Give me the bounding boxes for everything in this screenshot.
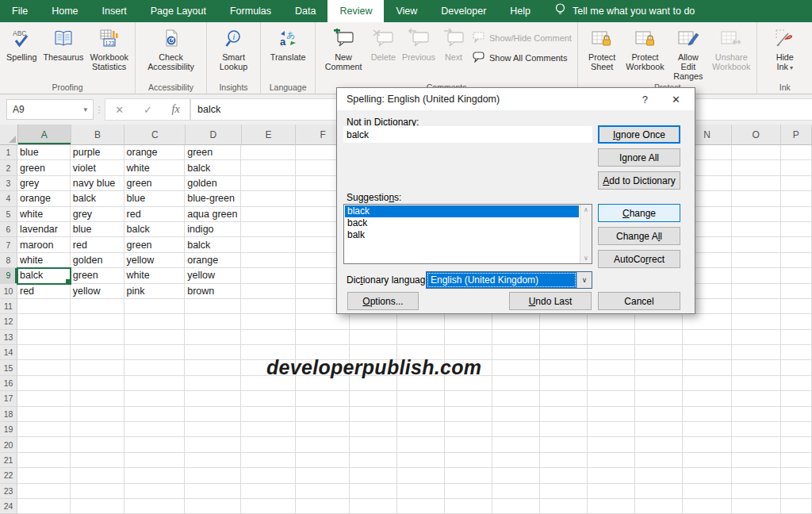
cell-B15[interactable] bbox=[71, 360, 124, 375]
cell-L22[interactable] bbox=[588, 468, 635, 483]
cell-E20[interactable] bbox=[241, 437, 296, 452]
row-header-8[interactable]: 8 bbox=[0, 253, 17, 268]
cell-C4[interactable]: blue bbox=[124, 191, 186, 206]
cell-L12[interactable] bbox=[588, 314, 635, 329]
show-hide-comment-button[interactable]: Show/Hide Comment bbox=[470, 30, 574, 46]
cell-E6[interactable] bbox=[241, 222, 296, 237]
cell-I19[interactable] bbox=[445, 422, 492, 437]
cell-P7[interactable] bbox=[781, 237, 812, 252]
cell-M22[interactable] bbox=[635, 468, 683, 483]
cell-P3[interactable] bbox=[781, 176, 812, 191]
cell-J14[interactable] bbox=[492, 345, 540, 360]
cell-D2[interactable]: balck bbox=[185, 160, 241, 175]
cell-B5[interactable]: grey bbox=[71, 207, 124, 222]
cell-P10[interactable] bbox=[781, 284, 812, 299]
cell-C16[interactable] bbox=[124, 376, 186, 391]
cell-P24[interactable] bbox=[781, 499, 812, 514]
column-header-C[interactable]: C bbox=[124, 125, 186, 145]
cell-A15[interactable] bbox=[17, 360, 71, 375]
select-all-corner[interactable] bbox=[0, 125, 18, 145]
cell-O11[interactable] bbox=[732, 299, 781, 314]
row-header-2[interactable]: 2 bbox=[0, 160, 17, 175]
cell-B4[interactable]: balck bbox=[71, 191, 124, 206]
cell-E17[interactable] bbox=[241, 391, 296, 406]
cell-P11[interactable] bbox=[781, 299, 812, 314]
tab-formulas[interactable]: Formulas bbox=[218, 0, 283, 22]
tab-file[interactable]: File bbox=[0, 0, 40, 22]
autocorrect-button[interactable]: AutoCorrect bbox=[598, 250, 680, 268]
cell-D4[interactable]: blue-green bbox=[185, 191, 241, 206]
cell-E23[interactable] bbox=[241, 484, 296, 499]
cell-L16[interactable] bbox=[588, 376, 635, 391]
cell-B11[interactable] bbox=[71, 299, 124, 314]
tab-view[interactable]: View bbox=[384, 0, 429, 22]
cell-K16[interactable] bbox=[540, 376, 588, 391]
show-all-comments-button[interactable]: Show All Comments bbox=[470, 50, 574, 66]
cell-B10[interactable]: yellow bbox=[71, 284, 124, 299]
cell-M17[interactable] bbox=[635, 391, 683, 406]
cell-N22[interactable] bbox=[683, 468, 732, 483]
dialog-title-bar[interactable]: Spelling: English (United Kingdom) ? ✕ bbox=[337, 88, 695, 110]
cell-H19[interactable] bbox=[397, 422, 445, 437]
cell-P22[interactable] bbox=[781, 468, 812, 483]
cell-G23[interactable] bbox=[350, 484, 397, 499]
cell-E7[interactable] bbox=[241, 237, 296, 252]
cell-B6[interactable]: blue bbox=[71, 222, 124, 237]
cell-B2[interactable]: violet bbox=[71, 160, 124, 175]
cell-O10[interactable] bbox=[732, 284, 781, 299]
cell-D23[interactable] bbox=[185, 484, 241, 499]
row-header-18[interactable]: 18 bbox=[0, 407, 17, 422]
tell-me-box[interactable]: Tell me what you want to do bbox=[555, 0, 695, 22]
cell-P4[interactable] bbox=[781, 191, 812, 206]
cell-H12[interactable] bbox=[397, 314, 445, 329]
cell-K17[interactable] bbox=[540, 391, 588, 406]
cell-E21[interactable] bbox=[241, 453, 296, 468]
cell-D6[interactable]: indigo bbox=[185, 222, 241, 237]
protect-workbook-button[interactable]: Protect Workbook bbox=[622, 25, 667, 71]
row-header-3[interactable]: 3 bbox=[0, 176, 17, 191]
cell-P6[interactable] bbox=[781, 222, 812, 237]
tab-developer[interactable]: Developer bbox=[429, 0, 498, 22]
cell-A22[interactable] bbox=[17, 468, 71, 483]
cell-J12[interactable] bbox=[492, 314, 540, 329]
cell-A1[interactable]: blue bbox=[17, 145, 71, 160]
cell-H13[interactable] bbox=[397, 330, 445, 345]
cell-F21[interactable] bbox=[296, 453, 350, 468]
row-header-4[interactable]: 4 bbox=[0, 191, 17, 206]
cell-F19[interactable] bbox=[296, 422, 350, 437]
row-header-22[interactable]: 22 bbox=[0, 468, 17, 483]
change-button[interactable]: Change bbox=[598, 204, 680, 222]
cell-J17[interactable] bbox=[492, 391, 540, 406]
row-header-11[interactable]: 11 bbox=[0, 299, 17, 314]
cell-J16[interactable] bbox=[492, 376, 540, 391]
row-header-21[interactable]: 21 bbox=[0, 453, 17, 468]
row-header-19[interactable]: 19 bbox=[0, 422, 17, 437]
cell-E11[interactable] bbox=[241, 299, 296, 314]
cell-E1[interactable] bbox=[241, 145, 296, 160]
cell-J21[interactable] bbox=[492, 453, 540, 468]
row-header-5[interactable]: 5 bbox=[0, 207, 17, 222]
cell-E3[interactable] bbox=[241, 176, 296, 191]
cell-E13[interactable] bbox=[241, 330, 296, 345]
not-in-dictionary-box[interactable]: balck bbox=[343, 126, 592, 143]
cell-D3[interactable]: golden bbox=[185, 176, 241, 191]
cell-N17[interactable] bbox=[683, 391, 732, 406]
cell-L24[interactable] bbox=[588, 499, 635, 514]
tab-data[interactable]: Data bbox=[283, 0, 327, 22]
cell-C23[interactable] bbox=[124, 484, 186, 499]
cell-O14[interactable] bbox=[732, 345, 781, 360]
cell-N19[interactable] bbox=[683, 422, 732, 437]
cell-J22[interactable] bbox=[492, 468, 540, 483]
suggestion-back[interactable]: back bbox=[345, 217, 579, 229]
cell-C24[interactable] bbox=[124, 499, 186, 514]
combo-arrow-icon[interactable]: ∨ bbox=[576, 272, 592, 288]
spelling-button[interactable]: ABC Spelling bbox=[3, 25, 40, 62]
cell-H22[interactable] bbox=[397, 468, 445, 483]
cell-I23[interactable] bbox=[445, 484, 492, 499]
cell-A24[interactable] bbox=[17, 499, 71, 514]
cell-O22[interactable] bbox=[732, 468, 781, 483]
cell-C20[interactable] bbox=[124, 437, 186, 452]
cell-A21[interactable] bbox=[17, 453, 71, 468]
row-header-1[interactable]: 1 bbox=[0, 145, 17, 160]
cell-F13[interactable] bbox=[296, 330, 350, 345]
